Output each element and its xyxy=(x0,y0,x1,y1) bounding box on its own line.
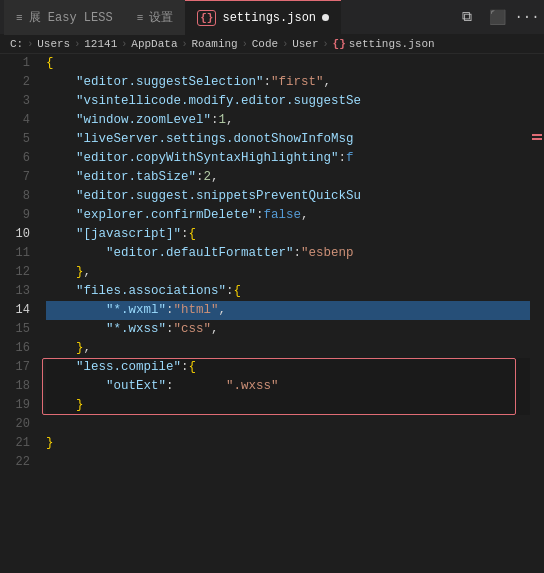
code-line-6: "editor.copyWithSyntaxHighlighting" : f xyxy=(46,149,530,168)
breadcrumb-code: Code xyxy=(252,38,278,50)
tab-actions: ⧉ ⬛ ··· xyxy=(454,4,540,30)
editor-area: 1 2 3 4 5 6 7 8 9 10 11 12 13 14 15 16 1… xyxy=(0,54,544,570)
code-line-21: } xyxy=(46,434,530,453)
tab-settings-chinese[interactable]: ≡ 设置 xyxy=(125,0,186,35)
code-line-11: "editor.defaultFormatter" : "esbenp xyxy=(46,244,530,263)
tab-settings-json-icon: {} xyxy=(197,10,216,26)
minimap xyxy=(530,54,544,570)
minimap-indicator-2 xyxy=(532,138,542,140)
line-num-9: 9 xyxy=(0,206,42,225)
code-line-10: "[javascript]" : { xyxy=(46,225,530,244)
more-actions-button[interactable]: ··· xyxy=(514,4,540,30)
breadcrumb-12141: 12141 xyxy=(84,38,117,50)
code-line-15: "*.wxss" : "css" , xyxy=(46,320,530,339)
line-num-16: 16 xyxy=(0,339,42,358)
line-num-12: 12 xyxy=(0,263,42,282)
code-line-4: "window.zoomLevel" : 1 , xyxy=(46,111,530,130)
line-num-4: 4 xyxy=(0,111,42,130)
code-line-16: } , xyxy=(46,339,530,358)
line-num-1: 1 xyxy=(0,54,42,73)
line-num-5: 5 xyxy=(0,130,42,149)
unsaved-dot xyxy=(322,14,329,21)
code-line-14: "*.wxml" : "html" , xyxy=(46,301,530,320)
code-line-12: } , xyxy=(46,263,530,282)
code-line-19: } xyxy=(46,396,530,415)
copy-editor-button[interactable]: ⧉ xyxy=(454,4,480,30)
line-num-2: 2 xyxy=(0,73,42,92)
code-line-5: "liveServer.settings.donotShowInfoMsg xyxy=(46,130,530,149)
split-editor-button[interactable]: ⬛ xyxy=(484,4,510,30)
code-content[interactable]: { "editor.suggestSelection" : "first" , … xyxy=(42,54,530,570)
tab-settings-chinese-icon: ≡ xyxy=(137,12,144,24)
line-num-3: 3 xyxy=(0,92,42,111)
line-num-20: 20 xyxy=(0,415,42,434)
code-line-18: "outExt" : ".wxss" xyxy=(46,377,530,396)
breadcrumb-file: {}settings.json xyxy=(333,38,435,50)
more-actions-icon: ··· xyxy=(514,9,539,25)
breadcrumb-c: C: xyxy=(10,38,23,50)
code-line-13: "files.associations" : { xyxy=(46,282,530,301)
breadcrumb-users: Users xyxy=(37,38,70,50)
breadcrumb: C: › Users › 12141 › AppData › Roaming ›… xyxy=(0,35,544,54)
tab-easy-less[interactable]: ≡ 展 Easy LESS xyxy=(4,0,125,35)
tab-settings-json[interactable]: {} settings.json xyxy=(185,0,341,35)
line-num-14: 14 xyxy=(0,301,42,320)
tab-settings-chinese-label: 设置 xyxy=(149,9,173,26)
breadcrumb-user: User xyxy=(292,38,318,50)
tab-easy-less-icon: ≡ xyxy=(16,12,23,24)
line-num-22: 22 xyxy=(0,453,42,472)
line-num-18: 18 xyxy=(0,377,42,396)
code-line-8: "editor.suggest.snippetsPreventQuickSu xyxy=(46,187,530,206)
code-line-7: "editor.tabSize" : 2 , xyxy=(46,168,530,187)
code-line-9: "explorer.confirmDelete" : false , xyxy=(46,206,530,225)
tab-settings-json-label: settings.json xyxy=(222,11,316,25)
tab-easy-less-label: 展 Easy LESS xyxy=(29,9,113,26)
line-num-8: 8 xyxy=(0,187,42,206)
line-num-11: 11 xyxy=(0,244,42,263)
line-num-6: 6 xyxy=(0,149,42,168)
code-line-17: "less.compile" : { xyxy=(46,358,530,377)
code-line-20 xyxy=(46,415,530,434)
line-numbers: 1 2 3 4 5 6 7 8 9 10 11 12 13 14 15 16 1… xyxy=(0,54,42,570)
code-line-2: "editor.suggestSelection" : "first" , xyxy=(46,73,530,92)
line-num-15: 15 xyxy=(0,320,42,339)
line-num-21: 21 xyxy=(0,434,42,453)
line-num-10: 10 xyxy=(0,225,42,244)
minimap-indicator xyxy=(532,134,542,136)
breadcrumb-appdata: AppData xyxy=(131,38,177,50)
code-line-3: "vsintellicode.modify.editor.suggestSe xyxy=(46,92,530,111)
copy-editor-icon: ⧉ xyxy=(462,9,472,25)
code-line-1: { xyxy=(46,54,530,73)
tab-bar: ≡ 展 Easy LESS ≡ 设置 {} settings.json ⧉ ⬛ … xyxy=(0,0,544,35)
line-num-19: 19 xyxy=(0,396,42,415)
line-num-13: 13 xyxy=(0,282,42,301)
code-line-22 xyxy=(46,453,530,472)
line-num-7: 7 xyxy=(0,168,42,187)
line-num-17: 17 xyxy=(0,358,42,377)
breadcrumb-roaming: Roaming xyxy=(192,38,238,50)
split-editor-icon: ⬛ xyxy=(489,9,506,26)
